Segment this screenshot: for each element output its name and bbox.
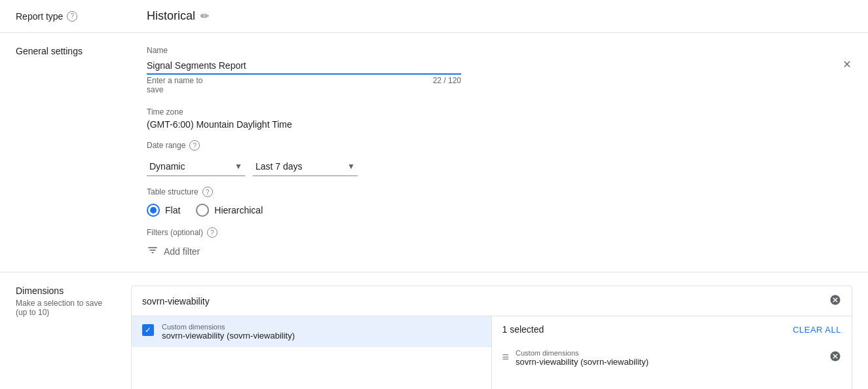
dimensions-subtitle: Make a selection to save (up to 10) [16,299,115,317]
daterange-label: Date range [147,141,185,150]
dimensions-right-panel: 1 selected CLEAR ALL ≡ Custom dimensions… [492,316,852,389]
filters-label-row: Filters (optional) ? [147,227,852,238]
dimensions-section: Dimensions Make a selection to save (up … [0,272,868,389]
checkbox-check-icon: ✓ [145,325,151,335]
date-range-type-arrow-icon: ▼ [235,162,242,171]
report-type-value-area: Historical ✏ [147,9,209,23]
date-range-period-dropdown[interactable]: Last 7 days ▼ [253,157,358,176]
table-structure-help-icon[interactable]: ? [202,187,213,197]
report-type-label-area: Report type ? [16,11,147,22]
selected-item-info: Custom dimensions sovrn-viewability (sov… [516,349,823,367]
date-range-period-value: Last 7 days [255,161,303,172]
clear-all-button[interactable]: CLEAR ALL [793,325,841,335]
dimensions-search-clear-icon[interactable] [829,294,841,308]
dimensions-title: Dimensions [16,286,115,296]
selected-dimension-item: ≡ Custom dimensions sovrn-viewability (s… [492,343,852,373]
dimensions-search-bar: sovrn-viewability [132,286,852,316]
radio-option-hierarchical[interactable]: Hierarchical [196,204,263,217]
report-type-row: Report type ? Historical ✏ [0,0,868,33]
selected-panel-header: 1 selected CLEAR ALL [492,316,852,343]
timezone-section: Time zone (GMT-6:00) Mountain Daylight T… [147,107,852,130]
dimensions-panels: ✓ Custom dimensions sovrn-viewability (s… [132,316,852,389]
selected-count: 1 selected [502,324,544,335]
date-range-type-value: Dynamic [149,161,185,172]
daterange-dropdowns: Dynamic ▼ Last 7 days ▼ [147,157,852,176]
name-field-wrapper [147,58,852,75]
selected-item-name: sovrn-viewability (sovrn-viewability) [516,357,823,367]
table-structure-label: Table structure [147,187,198,196]
dimension-item-info: Custom dimensions sovrn-viewability (sov… [162,323,481,341]
radio-flat-circle [147,204,160,217]
dimensions-label-area: Dimensions Make a selection to save (up … [0,286,131,317]
name-char-count: 22 / 120 [207,76,461,97]
dimension-category: Custom dimensions [162,323,481,331]
dimension-name: sovrn-viewability (sovrn-viewability) [162,331,481,341]
name-label: Name [147,46,852,55]
name-input[interactable] [147,58,461,75]
filters-help-icon[interactable]: ? [207,227,217,238]
add-filter-button[interactable]: Add filter [147,244,852,259]
date-range-type-dropdown[interactable]: Dynamic ▼ [147,157,245,176]
dimensions-search-value[interactable]: sovrn-viewability [142,296,829,306]
remove-selected-icon[interactable] [829,350,841,364]
table-structure-section: Table structure ? Flat Hierarchical [147,187,852,217]
dimensions-content: sovrn-viewability ✓ Custom dimensions so… [131,286,852,389]
general-settings-section: General settings Name Enter a name to sa… [0,33,868,272]
radio-hierarchical-label: Hierarchical [214,205,263,215]
radio-hierarchical-circle [196,204,209,217]
name-helper-text: Enter a name to save [147,76,207,94]
edit-report-type-icon[interactable]: ✏ [200,10,209,22]
report-type-value: Historical [147,9,195,23]
daterange-help-icon[interactable]: ? [189,140,200,151]
name-field-section: Name Enter a name to save 22 / 120 [147,46,852,97]
general-settings-label: General settings [16,46,83,56]
name-clear-icon[interactable] [842,59,852,71]
radio-option-flat[interactable]: Flat [147,204,180,217]
table-structure-label-row: Table structure ? [147,187,852,197]
filters-label: Filters (optional) [147,228,203,237]
add-filter-label: Add filter [164,246,200,257]
dimension-checkbox[interactable]: ✓ [142,324,154,336]
filters-section: Filters (optional) ? Add filter [147,227,852,259]
drag-handle-icon: ≡ [502,350,510,364]
general-settings-label-area: General settings [16,46,147,56]
date-range-period-arrow-icon: ▼ [347,162,355,171]
report-type-help-icon[interactable]: ? [67,11,77,22]
daterange-section: Date range ? Dynamic ▼ Last 7 days ▼ [147,140,852,176]
general-settings-content: Name Enter a name to save 22 / 120 Time … [147,46,852,259]
timezone-label: Time zone [147,107,852,117]
radio-flat-label: Flat [165,205,180,215]
table-structure-radio-group: Flat Hierarchical [147,204,852,217]
daterange-label-row: Date range ? [147,140,852,151]
report-type-label: Report type [16,11,63,22]
dimensions-left-panel: ✓ Custom dimensions sovrn-viewability (s… [132,316,492,389]
selected-item-category: Custom dimensions [516,349,823,357]
timezone-value: (GMT-6:00) Mountain Daylight Time [147,119,852,130]
filter-icon [147,244,159,259]
dimensions-list-item[interactable]: ✓ Custom dimensions sovrn-viewability (s… [132,316,491,347]
